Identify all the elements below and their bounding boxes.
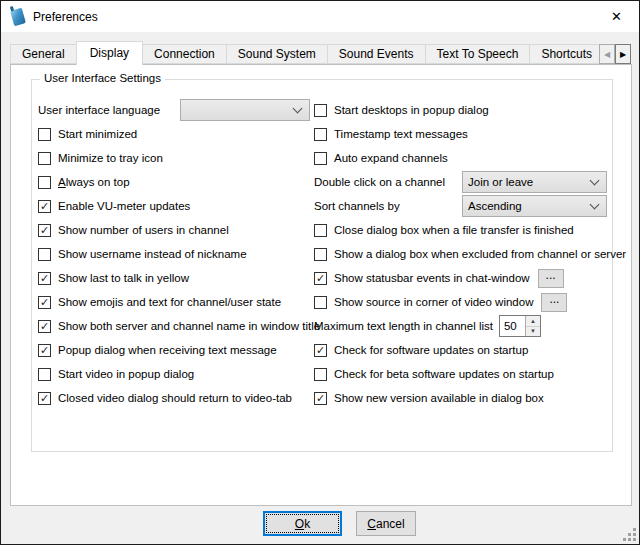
row-closed-video-dialog-should-return-to-video-tab: ✓Closed video dialog should return to vi… <box>38 387 312 409</box>
checkbox-label[interactable]: Show last to talk in yellow <box>58 272 189 284</box>
checkbox-label[interactable]: Start desktops in popup dialog <box>334 104 489 116</box>
tab-scroll-left-button[interactable]: ◀ <box>599 44 615 64</box>
checkbox-show-both-server-and-channel-name-in-window-titl[interactable]: ✓ <box>38 320 51 333</box>
tab-sound-system[interactable]: Sound System <box>226 44 328 64</box>
checkbox-label[interactable]: Show number of users in channel <box>58 224 229 236</box>
checkbox-minimize-to-tray-icon[interactable] <box>38 152 51 165</box>
row-enable-vu-meter-updates: ✓Enable VU-meter updates <box>38 195 312 217</box>
combobox-sort-channels-by[interactable]: Ascending <box>462 195 607 217</box>
row-minimize-to-tray-icon: Minimize to tray icon <box>38 147 312 169</box>
checkbox-label[interactable]: Show statusbar events in chat-window <box>334 272 530 284</box>
tab-sound-events[interactable]: Sound Events <box>327 44 426 64</box>
checkbox-check-for-software-updates-on-startup[interactable]: ✓ <box>314 344 327 357</box>
combobox-user-interface-language[interactable] <box>180 99 310 121</box>
spinbox-value: 50 <box>500 316 525 336</box>
titlebar[interactable]: Preferences ✕ <box>1 1 639 32</box>
checkbox-closed-video-dialog-should-return-to-video-tab[interactable]: ✓ <box>38 392 51 405</box>
checkbox-label[interactable]: Minimize to tray icon <box>58 152 163 164</box>
spinbox-maximum-text-length-in-channel-list[interactable]: 50▲▼ <box>499 315 541 337</box>
field-label: Double click on a channel <box>314 176 445 188</box>
row-start-video-in-popup-dialog: Start video in popup dialog <box>38 363 312 385</box>
ok-button[interactable]: Ok <box>263 511 342 536</box>
app-icon <box>10 7 26 26</box>
preferences-dialog: Preferences ✕ GeneralDisplayConnectionSo… <box>0 0 640 545</box>
spin-down-button[interactable]: ▼ <box>526 327 540 337</box>
close-button[interactable]: ✕ <box>594 1 639 32</box>
checkbox-label[interactable]: Start minimized <box>58 128 137 140</box>
tab-general[interactable]: General <box>10 44 77 64</box>
checkbox-check-for-beta-software-updates-on-startup[interactable] <box>314 368 327 381</box>
ellipsis-button[interactable]: ... <box>538 269 564 288</box>
row-start-minimized: Start minimized <box>38 123 312 145</box>
tab-shortcuts[interactable]: Shortcuts <box>529 44 601 64</box>
checkbox-label[interactable]: Show source in corner of video window <box>334 296 533 308</box>
resize-grip[interactable] <box>623 528 636 541</box>
checkbox-show-emojis-and-text-for-channel-user-state[interactable]: ✓ <box>38 296 51 309</box>
ellipsis-button[interactable]: ... <box>541 293 567 312</box>
row-show-new-version-available-in-dialog-box: ✓Show new version available in dialog bo… <box>314 387 612 409</box>
checkbox-label[interactable]: Close dialog box when a file transfer is… <box>334 224 574 236</box>
checkbox-show-last-to-talk-in-yellow[interactable]: ✓ <box>38 272 51 285</box>
row-show-a-dialog-box-when-excluded-from-channel-or-: Show a dialog box when excluded from cha… <box>314 243 612 265</box>
checkbox-start-minimized[interactable] <box>38 128 51 141</box>
row-start-desktops-in-popup-dialog: Start desktops in popup dialog <box>314 99 612 121</box>
checkbox-label[interactable]: Show a dialog box when excluded from cha… <box>334 248 626 260</box>
row-check-for-software-updates-on-startup: ✓Check for software updates on startup <box>314 339 612 361</box>
field-label: Maximum text length in channel list <box>314 320 493 332</box>
tab-display[interactable]: Display <box>76 41 143 65</box>
row-timestamp-text-messages: Timestamp text messages <box>314 123 612 145</box>
checkbox-close-dialog-box-when-a-file-transfer-is-finishe[interactable] <box>314 224 327 237</box>
checkbox-enable-vu-meter-updates[interactable]: ✓ <box>38 200 51 213</box>
checkbox-label[interactable]: Auto expand channels <box>334 152 448 164</box>
checkbox-show-new-version-available-in-dialog-box[interactable]: ✓ <box>314 392 327 405</box>
checkbox-label[interactable]: Timestamp text messages <box>334 128 468 140</box>
row-popup-dialog-when-receiving-text-message: ✓Popup dialog when receiving text messag… <box>38 339 312 361</box>
group-user-interface-settings: User Interface Settings User interface l… <box>31 79 613 452</box>
checkbox-show-username-instead-of-nickname[interactable] <box>38 248 51 261</box>
checkbox-show-a-dialog-box-when-excluded-from-channel-or-[interactable] <box>314 248 327 261</box>
checkbox-label[interactable]: Enable VU-meter updates <box>58 200 190 212</box>
tab-text-to-speech[interactable]: Text To Speech <box>425 44 531 64</box>
settings-column-left: User interface languageStart minimizedMi… <box>38 99 312 411</box>
checkbox-always-on-top[interactable] <box>38 176 51 189</box>
tab-bar: GeneralDisplayConnectionSound SystemSoun… <box>10 41 601 65</box>
checkbox-label[interactable]: Always on top <box>58 176 130 188</box>
combobox-double-click-on-a-channel[interactable]: Join or leave <box>462 171 607 193</box>
combobox-value: Ascending <box>463 200 587 212</box>
checkbox-start-video-in-popup-dialog[interactable] <box>38 368 51 381</box>
checkbox-label[interactable]: Show username instead of nickname <box>58 248 247 260</box>
row-auto-expand-channels: Auto expand channels <box>314 147 612 169</box>
checkbox-show-number-of-users-in-channel[interactable]: ✓ <box>38 224 51 237</box>
row-maximum-text-length-in-channel-list: Maximum text length in channel list50▲▼ <box>314 315 612 337</box>
combobox-value: Join or leave <box>463 176 587 188</box>
tab-scroll-right-button[interactable]: ▶ <box>615 44 631 64</box>
checkbox-timestamp-text-messages[interactable] <box>314 128 327 141</box>
checkbox-label[interactable]: Check for beta software updates on start… <box>334 368 554 380</box>
checkbox-label[interactable]: Show new version available in dialog box <box>334 392 544 404</box>
checkbox-show-source-in-corner-of-video-window[interactable] <box>314 296 327 309</box>
settings-column-right: Start desktops in popup dialogTimestamp … <box>314 99 612 411</box>
groupbox-title: User Interface Settings <box>40 72 165 84</box>
cancel-button[interactable]: Cancel <box>356 511 416 536</box>
tab-connection[interactable]: Connection <box>142 44 227 64</box>
spin-up-button[interactable]: ▲ <box>526 316 540 327</box>
checkbox-label[interactable]: Show both server and channel name in win… <box>58 320 320 332</box>
checkbox-label[interactable]: Show emojis and text for channel/user st… <box>58 296 281 308</box>
field-label: User interface language <box>38 104 160 116</box>
chevron-down-icon <box>590 200 600 210</box>
row-close-dialog-box-when-a-file-transfer-is-finishe: Close dialog box when a file transfer is… <box>314 219 612 241</box>
chevron-down-icon <box>293 104 303 114</box>
checkbox-show-statusbar-events-in-chat-window[interactable]: ✓ <box>314 272 327 285</box>
checkbox-start-desktops-in-popup-dialog[interactable] <box>314 104 327 117</box>
checkbox-popup-dialog-when-receiving-text-message[interactable]: ✓ <box>38 344 51 357</box>
row-show-statusbar-events-in-chat-window: ✓Show statusbar events in chat-window... <box>314 267 612 289</box>
row-show-both-server-and-channel-name-in-window-titl: ✓Show both server and channel name in wi… <box>38 315 312 337</box>
checkbox-label[interactable]: Start video in popup dialog <box>58 368 194 380</box>
row-show-last-to-talk-in-yellow: ✓Show last to talk in yellow <box>38 267 312 289</box>
checkbox-auto-expand-channels[interactable] <box>314 152 327 165</box>
field-label: Sort channels by <box>314 200 400 212</box>
checkbox-label[interactable]: Popup dialog when receiving text message <box>58 344 277 356</box>
checkbox-label[interactable]: Closed video dialog should return to vid… <box>58 392 292 404</box>
checkbox-label[interactable]: Check for software updates on startup <box>334 344 528 356</box>
tab-page-display: User Interface Settings User interface l… <box>10 64 632 506</box>
